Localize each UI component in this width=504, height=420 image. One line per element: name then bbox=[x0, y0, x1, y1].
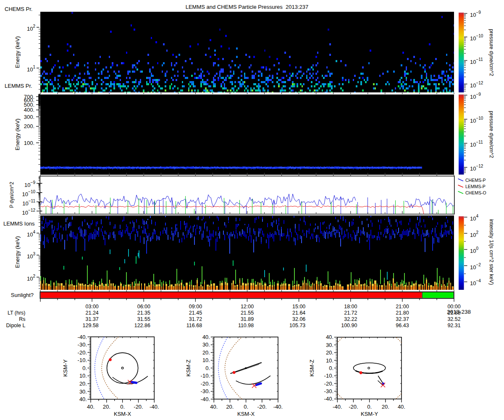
svg-text:Energy (keV): Energy (keV) bbox=[14, 36, 21, 68]
svg-text:40.: 40. bbox=[79, 396, 87, 402]
svg-text:-10.: -10. bbox=[201, 373, 210, 379]
svg-text:21.80: 21.80 bbox=[396, 310, 409, 316]
svg-text:-20.: -20. bbox=[349, 404, 358, 410]
svg-text:KSM-X: KSM-X bbox=[237, 411, 255, 417]
svg-text:-10.: -10. bbox=[78, 357, 87, 363]
svg-text:116.68: 116.68 bbox=[186, 323, 202, 328]
svg-text:110.98: 110.98 bbox=[238, 323, 254, 328]
svg-text:92.31: 92.31 bbox=[447, 323, 460, 328]
svg-text:20.: 20. bbox=[79, 381, 87, 387]
svg-text:20.: 20. bbox=[326, 349, 333, 356]
svg-text:CHEMS-O: CHEMS-O bbox=[465, 190, 486, 195]
svg-text:-20.: -20. bbox=[201, 381, 210, 387]
svg-text:KSM-X: KSM-X bbox=[114, 411, 131, 417]
svg-text:-40.: -40. bbox=[324, 396, 333, 402]
svg-text:Rs: Rs bbox=[19, 316, 25, 322]
svg-text:30.: 30. bbox=[326, 342, 333, 348]
svg-text:KSM-Y: KSM-Y bbox=[62, 359, 68, 377]
svg-text:06:00: 06:00 bbox=[137, 304, 150, 310]
svg-text:LT (hrs): LT (hrs) bbox=[8, 310, 26, 316]
svg-text:pressure dyne/cm^2: pressure dyne/cm^2 bbox=[488, 29, 494, 76]
svg-text:LEMMS Pr.: LEMMS Pr. bbox=[5, 83, 32, 89]
svg-text:30.: 30. bbox=[202, 341, 210, 348]
svg-text:KSM-Z: KSM-Z bbox=[185, 360, 192, 377]
svg-text:20.: 20. bbox=[202, 349, 210, 356]
svg-text:-40.: -40. bbox=[201, 396, 210, 402]
svg-text:-20.: -20. bbox=[78, 349, 87, 356]
svg-text:KSM-Z: KSM-Z bbox=[309, 360, 315, 377]
svg-text:0.: 0. bbox=[244, 404, 248, 410]
svg-text:03:00: 03:00 bbox=[86, 304, 99, 310]
svg-text:Dipole L: Dipole L bbox=[6, 323, 26, 328]
svg-text:0.: 0. bbox=[367, 404, 372, 410]
svg-text:10.: 10. bbox=[202, 357, 210, 363]
svg-text:21.64: 21.64 bbox=[292, 310, 305, 316]
svg-text:0.: 0. bbox=[82, 365, 87, 371]
svg-text:21.45: 21.45 bbox=[189, 310, 202, 316]
svg-text:-40.: -40. bbox=[273, 404, 283, 410]
svg-text:CHEMS-P: CHEMS-P bbox=[465, 178, 486, 183]
svg-text:-20.: -20. bbox=[324, 381, 333, 387]
svg-text:12:00: 12:00 bbox=[241, 304, 254, 310]
svg-text:Sunlight?: Sunlight? bbox=[11, 292, 34, 298]
svg-text:40.: 40. bbox=[398, 404, 405, 410]
svg-text:-40.: -40. bbox=[78, 334, 87, 340]
svg-text:CHEMS Pr.: CHEMS Pr. bbox=[5, 6, 32, 12]
svg-text:100.90: 100.90 bbox=[341, 323, 357, 328]
svg-text:21:00: 21:00 bbox=[396, 304, 409, 310]
svg-text:32.22: 32.22 bbox=[344, 316, 357, 322]
svg-text:-20.: -20. bbox=[257, 404, 267, 410]
svg-text:21.55: 21.55 bbox=[241, 310, 254, 316]
svg-text:LEMMS-P: LEMMS-P bbox=[465, 184, 486, 189]
svg-text:21.72: 21.72 bbox=[344, 310, 357, 316]
svg-text:0.: 0. bbox=[205, 365, 210, 371]
svg-text:P dyn/cm^2: P dyn/cm^2 bbox=[9, 182, 15, 208]
svg-text:-20.: -20. bbox=[134, 404, 143, 410]
svg-text:122.86: 122.86 bbox=[134, 323, 150, 328]
svg-text:-30.: -30. bbox=[78, 341, 87, 348]
svg-text:30.: 30. bbox=[79, 388, 87, 395]
svg-text:40.: 40. bbox=[326, 334, 333, 340]
svg-text:09:00: 09:00 bbox=[189, 304, 202, 310]
svg-text:LEMMS Ions: LEMMS Ions bbox=[3, 220, 35, 227]
svg-text:40.: 40. bbox=[202, 334, 210, 340]
svg-text:31.89: 31.89 bbox=[241, 316, 254, 322]
svg-text:pressure dyne/cm^2: pressure dyne/cm^2 bbox=[488, 111, 494, 158]
svg-text:2013-238: 2013-238 bbox=[447, 309, 471, 315]
svg-text:129.58: 129.58 bbox=[83, 323, 99, 328]
svg-text:18:00: 18:00 bbox=[344, 304, 357, 310]
svg-text:40.: 40. bbox=[87, 404, 94, 410]
svg-text:20.: 20. bbox=[382, 404, 389, 410]
svg-text:300.: 300. bbox=[24, 114, 34, 120]
svg-text:0.: 0. bbox=[120, 404, 125, 410]
svg-text:LEMMS and CHEMS Particle Press: LEMMS and CHEMS Particle Pressures 2013:… bbox=[186, 4, 309, 10]
svg-text:105.73: 105.73 bbox=[289, 323, 305, 328]
svg-text:32.37: 32.37 bbox=[396, 316, 409, 322]
svg-text:32.52: 32.52 bbox=[447, 316, 460, 322]
svg-text:31.55: 31.55 bbox=[137, 316, 150, 322]
svg-text:10.: 10. bbox=[79, 373, 87, 379]
svg-text:96.43: 96.43 bbox=[396, 323, 409, 328]
svg-text:32.06: 32.06 bbox=[292, 316, 305, 322]
svg-text:100.: 100. bbox=[24, 140, 34, 146]
svg-text:-10.: -10. bbox=[324, 373, 333, 379]
svg-text:200.: 200. bbox=[24, 123, 34, 129]
svg-text:-40.: -40. bbox=[333, 404, 342, 410]
svg-text:21.24: 21.24 bbox=[86, 310, 99, 316]
svg-text:-30.: -30. bbox=[324, 388, 333, 394]
svg-text:40.: 40. bbox=[210, 404, 218, 410]
svg-text:15:00: 15:00 bbox=[292, 304, 305, 310]
svg-text:400.: 400. bbox=[24, 107, 34, 113]
svg-text:KSM-Y: KSM-Y bbox=[361, 411, 378, 417]
svg-text:31.37: 31.37 bbox=[86, 316, 99, 322]
svg-text:Energy (keV): Energy (keV) bbox=[14, 236, 21, 268]
svg-text:31.72: 31.72 bbox=[189, 316, 202, 322]
svg-text:20.: 20. bbox=[103, 404, 110, 410]
svg-text:intensity 1/(s cm^2 ster keV): intensity 1/(s cm^2 ster keV) bbox=[488, 219, 494, 285]
svg-text:21.35: 21.35 bbox=[137, 310, 150, 316]
svg-text:0.: 0. bbox=[329, 365, 333, 371]
svg-text:20.: 20. bbox=[226, 404, 234, 410]
svg-text:-30.: -30. bbox=[201, 388, 210, 394]
svg-text:-40.: -40. bbox=[150, 404, 159, 410]
svg-text:10.: 10. bbox=[326, 357, 333, 364]
